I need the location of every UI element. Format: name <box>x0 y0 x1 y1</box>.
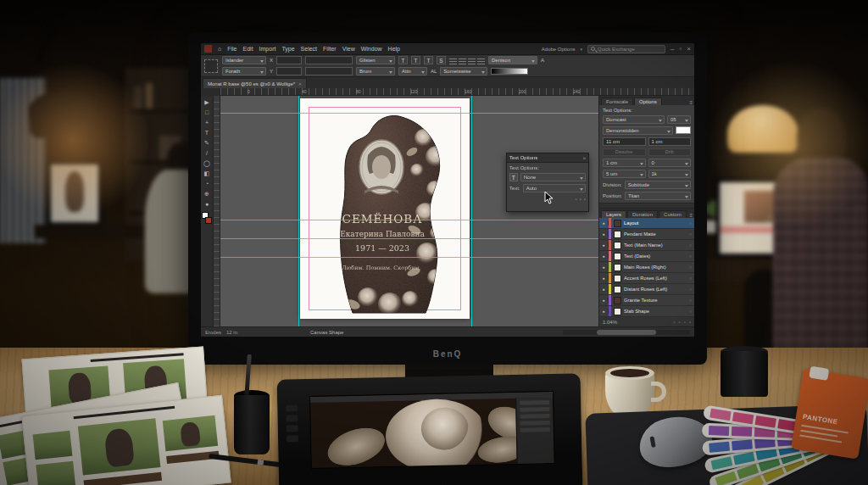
search-input[interactable]: Quick Exchange <box>587 45 665 53</box>
lock-icon[interactable]: ○ <box>689 309 694 314</box>
font-style-select[interactable]: 05 <box>667 115 691 124</box>
lock-icon[interactable]: ○ <box>689 231 694 237</box>
scale-field[interactable]: 5 um <box>603 170 646 178</box>
scrollbar-thumb[interactable] <box>597 330 656 335</box>
home-icon[interactable]: ⌂ <box>218 46 221 52</box>
move-tool[interactable]: ▶ <box>202 98 212 107</box>
tab-options[interactable]: Options <box>634 98 662 105</box>
menu-import[interactable]: Import <box>259 46 276 52</box>
crosshair-tool[interactable]: + <box>202 118 212 127</box>
font-family-select[interactable]: Domcast <box>603 115 665 124</box>
lock-icon[interactable]: ○ <box>689 287 694 292</box>
guide-vertical[interactable] <box>471 96 472 326</box>
layer-row[interactable]: ● Pendant Matte ○ <box>599 229 694 240</box>
kerning-field[interactable]: 0 <box>648 159 692 167</box>
document-tab[interactable]: Monat R base @50 es @x0 & Wollige* × <box>203 78 307 88</box>
tracking-field[interactable]: 1 cm <box>603 159 646 167</box>
brush-select[interactable]: Forath <box>222 67 266 75</box>
menu-type[interactable]: Type <box>281 46 294 52</box>
layer-name[interactable]: Layout <box>624 220 689 226</box>
lock-icon[interactable]: ○ <box>689 265 694 270</box>
eye-icon[interactable]: ● <box>599 298 609 303</box>
layer-thumbnail[interactable] <box>614 275 621 282</box>
gradient-preview[interactable] <box>491 68 528 75</box>
link-layers-icon[interactable]: ▫ <box>673 320 675 325</box>
layer-row[interactable]: ● Slab Shape ○ <box>599 306 694 317</box>
layer-mask-icon[interactable]: ▫ <box>679 320 681 325</box>
close-button[interactable]: × <box>687 46 691 53</box>
x-field[interactable] <box>276 56 302 64</box>
tool-preset-icon[interactable] <box>204 59 218 73</box>
horizontal-ruler[interactable]: 0 40 80 120 160 200 240 <box>220 88 694 95</box>
lock-icon[interactable]: ○ <box>689 276 694 281</box>
eyedropper-tool[interactable]: ● <box>202 199 212 209</box>
eye-icon[interactable]: ● <box>599 242 609 248</box>
width-field[interactable] <box>305 56 353 64</box>
position-select[interactable]: Titan <box>625 192 691 200</box>
eye-icon[interactable]: ● <box>599 220 609 226</box>
layer-thumbnail[interactable] <box>614 308 621 315</box>
footer-icon[interactable]: ▫ <box>576 197 577 202</box>
new-layer-icon[interactable]: ▫ <box>684 320 686 325</box>
guide-horizontal[interactable] <box>220 113 598 114</box>
text-style-button-4[interactable]: S <box>437 56 446 64</box>
menu-filter[interactable]: Filter <box>323 46 337 52</box>
mode-select[interactable]: Glisten <box>356 56 395 64</box>
guide-vertical[interactable] <box>298 96 299 326</box>
text-style-button-3[interactable]: T <box>424 56 433 64</box>
font-variant-select[interactable]: Demonstidden <box>603 126 673 135</box>
layer-row[interactable]: ● Accent Roses (Left) ○ <box>599 273 694 284</box>
footer-icon[interactable]: ▫ <box>584 197 586 202</box>
layer-thumbnail[interactable] <box>614 242 621 249</box>
text-style-select[interactable]: None <box>520 173 586 181</box>
font-size-field[interactable]: 11 cm <box>603 137 646 146</box>
wacom-tablet[interactable]: WACOM <box>277 373 583 485</box>
app-icon[interactable] <box>204 45 212 53</box>
layer-name[interactable]: Main Roses (Right) <box>624 265 689 270</box>
tombstone-artwork[interactable]: СЕМЁНОВА Екатерина Павловна 1971 — 2023 … <box>309 103 461 315</box>
workspace-switcher[interactable]: Adobe Options <box>542 47 576 52</box>
color-swatches[interactable] <box>202 212 212 224</box>
baseline-field[interactable]: 1k <box>648 170 692 178</box>
align-center-icon[interactable] <box>459 57 466 64</box>
guide-horizontal[interactable] <box>220 220 598 220</box>
menu-edit[interactable]: Edit <box>243 46 253 52</box>
line-tool[interactable]: / <box>202 148 212 158</box>
align-left-icon[interactable] <box>449 57 457 64</box>
artboard[interactable]: СЕМЁНОВА Екатерина Павловна 1971 — 2023 … <box>300 98 470 319</box>
eye-icon[interactable]: ● <box>599 231 609 237</box>
blend-select[interactable]: Brum <box>356 67 395 75</box>
menu-select[interactable]: Select <box>301 46 317 52</box>
drib-button[interactable]: Drib <box>648 148 692 156</box>
preset-select[interactable]: Islander <box>222 56 266 64</box>
eye-icon[interactable]: ● <box>599 276 609 281</box>
lock-icon[interactable]: ○ <box>689 242 694 248</box>
layer-name[interactable]: Pendant Matte <box>624 231 689 237</box>
division-select[interactable]: Subtitude <box>625 181 691 189</box>
zoom-tool[interactable]: ⊕ <box>202 189 212 198</box>
pen-tool[interactable]: ✎ <box>202 138 212 148</box>
horizontal-scrollbar[interactable] <box>563 330 690 335</box>
menu-view[interactable]: View <box>342 46 355 52</box>
menu-window[interactable]: Window <box>361 46 382 52</box>
layer-thumbnail[interactable] <box>614 220 621 227</box>
align-justify-icon[interactable] <box>477 57 485 64</box>
tab-donation[interactable]: Donation <box>627 210 658 218</box>
align-buttons[interactable] <box>449 57 485 64</box>
float-panel-titlebar[interactable]: Text Options » <box>507 153 588 163</box>
tab-close-icon[interactable]: × <box>298 81 302 86</box>
tab-fontscale[interactable]: Fontscale <box>601 98 633 105</box>
vertical-ruler[interactable] <box>214 96 220 326</box>
layer-row[interactable]: ● Layout ○ <box>599 218 694 229</box>
attn-select[interactable]: Attn <box>398 67 427 75</box>
smoothing-select[interactable]: Sometswise <box>440 67 487 75</box>
text-color-swatch[interactable] <box>676 126 691 134</box>
layer-name[interactable]: Text (Dates) <box>624 254 689 259</box>
layer-thumbnail[interactable] <box>614 297 621 304</box>
eye-icon[interactable]: ● <box>599 309 609 314</box>
text-options-floating-panel[interactable]: Text Options » Text Options: T None Text… <box>506 153 589 212</box>
layer-row[interactable]: ● Text (Dates) ○ <box>599 251 694 262</box>
footer-icon[interactable]: ▫ <box>580 197 581 202</box>
delete-layer-icon[interactable]: ▫ <box>689 320 691 325</box>
collapse-icon[interactable]: » <box>583 155 586 160</box>
